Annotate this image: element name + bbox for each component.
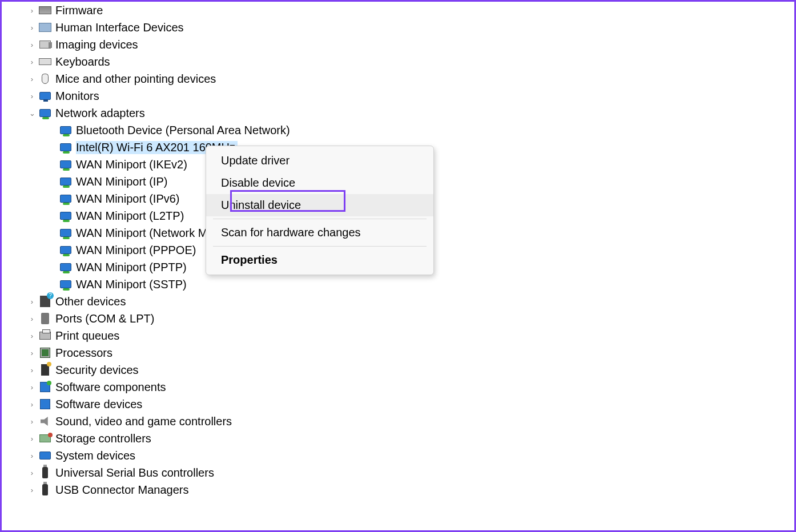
sc-icon [38, 380, 52, 394]
chevron-right-icon[interactable]: › [27, 332, 37, 340]
tree-category[interactable]: ›Keyboards [27, 53, 794, 70]
menu-separator [213, 219, 427, 219]
chevron-right-icon[interactable]: › [27, 417, 37, 426]
menu-item[interactable]: Update driver [206, 150, 433, 172]
tree-category-label: Sound, video and game controllers [55, 415, 232, 428]
storage-icon [38, 432, 52, 445]
tree-category-label: Ports (COM & LPT) [55, 312, 154, 325]
tree-category[interactable]: ›Processors [27, 344, 794, 361]
sec-icon [38, 363, 52, 377]
chevron-right-icon[interactable]: › [27, 434, 37, 443]
tree-device[interactable]: Bluetooth Device (Personal Area Network) [47, 122, 794, 139]
chevron-down-icon[interactable]: ⌄ [27, 109, 37, 118]
chevron-right-icon[interactable]: › [27, 41, 37, 49]
tree-category-label: System devices [55, 449, 135, 462]
firmware-icon [38, 3, 52, 17]
tree-category-label: Mice and other pointing devices [55, 72, 216, 86]
monitor-icon [38, 89, 52, 103]
tree-category-label: Security devices [55, 364, 139, 377]
tree-category[interactable]: ⌄Network adapters [27, 104, 794, 122]
tree-category-label: Monitors [55, 90, 99, 103]
tree-category-label: Human Interface Devices [55, 21, 184, 34]
tree-device-label: WAN Miniport (PPPOE) [76, 244, 196, 257]
tree-category-label: Storage controllers [55, 432, 151, 445]
chevron-right-icon[interactable]: › [27, 400, 37, 409]
chevron-right-icon[interactable]: › [27, 315, 37, 323]
chevron-right-icon[interactable]: › [27, 23, 37, 32]
sound-icon [38, 414, 52, 428]
tree-category[interactable]: ›Mice and other pointing devices [27, 70, 794, 87]
tree-category[interactable]: ›Security devices [27, 361, 794, 378]
tree-category[interactable]: ›System devices [27, 447, 794, 464]
tree-category-label: USB Connector Managers [55, 483, 188, 497]
context-menu[interactable]: Update driverDisable deviceUninstall dev… [206, 146, 434, 275]
chevron-right-icon[interactable]: › [27, 452, 37, 460]
network-adapter-icon [59, 243, 73, 257]
tree-category[interactable]: ›Firmware [27, 2, 794, 19]
imaging-icon [38, 38, 52, 51]
tree-category-label: Other devices [55, 295, 126, 308]
tree-category[interactable]: ›Other devices [27, 293, 794, 310]
network-adapter-icon [59, 123, 73, 137]
tree-category-label: Universal Serial Bus controllers [55, 466, 214, 479]
usb-icon [38, 466, 52, 479]
tree-device-label: Bluetooth Device (Personal Area Network) [76, 124, 290, 137]
chevron-right-icon[interactable]: › [27, 75, 37, 83]
mouse-icon [38, 72, 52, 86]
tree-category[interactable]: ›Software devices [27, 396, 794, 413]
network-adapter-icon [59, 226, 73, 240]
chevron-right-icon[interactable]: › [27, 92, 37, 100]
network-adapter-icon [59, 260, 73, 274]
tree-category-label: Software components [55, 381, 166, 394]
tree-category[interactable]: ›Software components [27, 378, 794, 396]
tree-device-label: WAN Miniport (L2TP) [76, 209, 184, 223]
menu-item[interactable]: Properties [206, 249, 433, 271]
tree-category-label: Keyboards [55, 55, 110, 68]
tree-category-label: Imaging devices [55, 38, 138, 51]
tree-category[interactable]: ›Print queues [27, 327, 794, 344]
tree-category[interactable]: ›Monitors [27, 87, 794, 104]
tree-device-label: WAN Miniport (IP) [76, 175, 167, 188]
chevron-right-icon[interactable]: › [27, 349, 37, 357]
tree-category[interactable]: ›Sound, video and game controllers [27, 413, 794, 430]
tree-device-label: WAN Miniport (PPTP) [76, 261, 187, 274]
tree-category-label: Software devices [55, 398, 142, 411]
tree-category-label: Firmware [55, 4, 103, 17]
tree-category-label: Network adapters [55, 107, 145, 120]
other-icon [38, 295, 52, 308]
network-adapter-icon [59, 158, 73, 171]
chevron-right-icon[interactable]: › [27, 297, 37, 306]
tree-category[interactable]: ›Storage controllers [27, 430, 794, 447]
network-adapter-icon [59, 140, 73, 154]
chevron-right-icon[interactable]: › [27, 366, 37, 374]
usb-icon [38, 483, 52, 497]
tree-device[interactable]: WAN Miniport (SSTP) [47, 276, 794, 293]
network-adapter-icon [59, 175, 73, 188]
sys-icon [38, 449, 52, 462]
tree-device-label: WAN Miniport (SSTP) [76, 278, 187, 291]
menu-item[interactable]: Uninstall device [206, 194, 433, 216]
print-icon [38, 329, 52, 342]
menu-separator [213, 246, 427, 247]
hid-icon [38, 21, 52, 34]
tree-category[interactable]: ›Ports (COM & LPT) [27, 310, 794, 327]
tree-device-label: WAN Miniport (IPv6) [76, 192, 180, 205]
tree-category-label: Processors [55, 346, 112, 360]
menu-item[interactable]: Disable device [206, 172, 433, 194]
tree-category[interactable]: ›Imaging devices [27, 36, 794, 53]
chevron-right-icon[interactable]: › [27, 6, 37, 15]
cpu-icon [38, 346, 52, 360]
chevron-right-icon[interactable]: › [27, 58, 37, 66]
tree-category[interactable]: ›USB Connector Managers [27, 481, 794, 498]
menu-item[interactable]: Scan for hardware changes [206, 221, 433, 244]
chevron-right-icon[interactable]: › [27, 469, 37, 477]
network-adapter-icon [59, 209, 73, 223]
tree-category[interactable]: ›Human Interface Devices [27, 19, 794, 36]
net-icon [38, 106, 52, 120]
chevron-right-icon[interactable]: › [27, 486, 37, 494]
tree-device-label: WAN Miniport (IKEv2) [76, 158, 187, 171]
sd-icon [38, 397, 52, 411]
tree-category[interactable]: ›Universal Serial Bus controllers [27, 464, 794, 481]
ports-icon [38, 312, 52, 325]
chevron-right-icon[interactable]: › [27, 383, 37, 392]
